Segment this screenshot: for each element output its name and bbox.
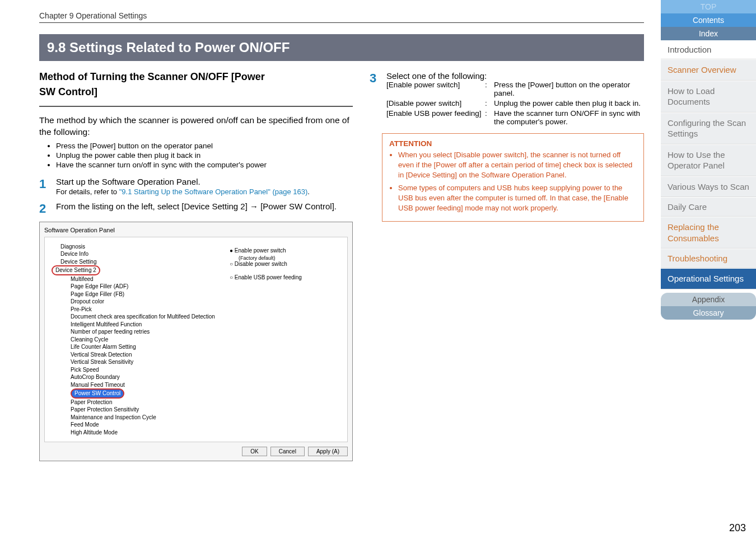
- tree-item-power-sw-control[interactable]: Power SW Control: [71, 388, 124, 399]
- step-1-text: Start up the Software Operation Panel.: [56, 177, 200, 186]
- tree-item[interactable]: Manual Feed Timeout: [50, 381, 224, 389]
- nav-various-ways[interactable]: Various Ways to Scan: [661, 176, 756, 198]
- tree-item[interactable]: Page Edge Filler (FB): [50, 291, 224, 298]
- option-label: [Enable power switch]: [386, 81, 482, 97]
- radio-enable-power-switch[interactable]: ● Enable power switch: [230, 247, 342, 254]
- radio-default-note: (Factory default): [239, 255, 342, 261]
- tree-item-device-setting-2[interactable]: Device Setting 2: [52, 265, 100, 275]
- panel-titlebar: Software Operation Panel: [44, 227, 348, 233]
- tree-item[interactable]: Paper Protection: [50, 399, 224, 406]
- apply-button[interactable]: Apply (A): [308, 447, 348, 456]
- attention-item: When you select [Disable power switch], …: [398, 150, 637, 181]
- bullet-item: Unplug the power cable then plug it back…: [56, 151, 353, 160]
- tree-item[interactable]: High Altitude Mode: [50, 429, 224, 437]
- subsection-heading-line1: Method of Turning the Scanner ON/OFF [Po…: [39, 71, 353, 83]
- nav-appendix[interactable]: Appendix: [661, 293, 756, 306]
- tree-item[interactable]: Device Setting: [50, 258, 224, 266]
- option-label: [Enable USB power feeding]: [386, 109, 482, 126]
- step-number-3: 3: [370, 71, 380, 128]
- nav-contents[interactable]: Contents: [661, 13, 756, 27]
- nav-index[interactable]: Index: [661, 27, 756, 40]
- bullet-item: Have the scanner turn on/off in sync wit…: [56, 161, 353, 169]
- subsection-heading-line2: SW Control]: [39, 86, 353, 98]
- nav-introduction[interactable]: Introduction: [661, 40, 756, 59]
- nav-daily-care[interactable]: Daily Care: [661, 197, 756, 217]
- tree-item[interactable]: Feed Mode: [50, 421, 224, 429]
- step-1-sub-prefix: For details, refer to: [56, 188, 119, 196]
- tree-item[interactable]: Pre-Pick: [50, 306, 224, 313]
- tree-item[interactable]: Page Edge Filler (ADF): [50, 283, 224, 291]
- step-1-sub-suffix: .: [307, 188, 310, 196]
- tree-item[interactable]: Number of paper feeding retries: [50, 328, 224, 336]
- tree-item[interactable]: Life Counter Alarm Setting: [50, 343, 224, 351]
- tree-item[interactable]: AutoCrop Boundary: [50, 373, 224, 381]
- tree-item[interactable]: Vertical Streak Detection: [50, 351, 224, 359]
- nav-scanner-overview[interactable]: Scanner Overview: [668, 65, 736, 74]
- option-desc: Unplug the power cable then plug it back…: [494, 99, 644, 107]
- nav-glossary[interactable]: Glossary: [661, 306, 756, 320]
- intro-paragraph: The method by which the scanner is power…: [39, 115, 353, 138]
- step-3-text: Select one of the following:: [386, 71, 644, 81]
- tree-item[interactable]: Diagnosis: [50, 243, 224, 251]
- bullet-item: Press the [Power] button on the operator…: [56, 142, 353, 150]
- option-desc: Have the scanner turn ON/OFF in sync wit…: [494, 109, 644, 126]
- nav-top[interactable]: TOP: [661, 0, 756, 13]
- radio-disable-power-switch[interactable]: ○ Disable power switch: [230, 261, 342, 267]
- tree-item[interactable]: Pick Speed: [50, 366, 224, 374]
- page-number: 203: [661, 517, 756, 534]
- attention-item: Some types of computers and USB hubs kee…: [398, 183, 637, 214]
- option-label: [Disable power switch]: [386, 99, 482, 107]
- nav-troubleshooting[interactable]: Troubleshooting: [668, 254, 727, 263]
- ok-button[interactable]: OK: [242, 447, 267, 456]
- option-colon: :: [485, 99, 491, 107]
- cancel-button[interactable]: Cancel: [270, 447, 305, 456]
- option-colon: :: [485, 109, 491, 126]
- tree-item[interactable]: Document check area specification for Mu…: [50, 313, 224, 321]
- step-1-link[interactable]: "9.1 Starting Up the Software Operation …: [119, 188, 308, 196]
- nav-operational-settings[interactable]: Operational Settings: [661, 268, 756, 289]
- method-bullet-list: Press the [Power] button on the operator…: [56, 142, 353, 169]
- step-2-text: From the listing on the left, select [De…: [56, 202, 353, 216]
- option-desc: Press the [Power] button on the operator…: [494, 81, 644, 97]
- settings-tree[interactable]: Diagnosis Device Info Device Setting Dev…: [50, 243, 224, 437]
- tree-item[interactable]: Device Info: [50, 250, 224, 258]
- tree-item[interactable]: Multifeed: [50, 275, 224, 283]
- step-number-1: 1: [39, 177, 49, 196]
- nav-replacing-consumables[interactable]: Replacing the Consumables: [668, 222, 719, 243]
- chapter-header: Chapter 9 Operational Settings: [39, 11, 644, 23]
- section-title: 9.8 Settings Related to Power ON/OFF: [39, 34, 644, 61]
- software-panel-screenshot: Software Operation Panel Diagnosis Devic…: [39, 222, 353, 462]
- tree-item[interactable]: Dropout color: [50, 298, 224, 306]
- tree-item[interactable]: Intelligent Multifeed Function: [50, 321, 224, 329]
- radio-enable-usb-power[interactable]: ○ Enable USB power feeding: [230, 274, 342, 280]
- nav-operator-panel[interactable]: How to Use the Operator Panel: [661, 144, 756, 176]
- option-colon: :: [485, 81, 491, 97]
- step-number-2: 2: [39, 202, 49, 216]
- nav-how-to-load[interactable]: How to Load Documents: [661, 81, 756, 113]
- tree-item[interactable]: Maintenance and Inspection Cycle: [50, 414, 224, 421]
- nav-configuring-scan[interactable]: Configuring the Scan Settings: [661, 113, 756, 144]
- tree-item[interactable]: Cleaning Cycle: [50, 336, 224, 344]
- attention-title: ATTENTION: [389, 139, 637, 148]
- tree-item[interactable]: Vertical Streak Sensitivity: [50, 358, 224, 366]
- tree-item[interactable]: Paper Protection Sensitivity: [50, 406, 224, 414]
- attention-box: ATTENTION When you select [Disable power…: [382, 133, 644, 222]
